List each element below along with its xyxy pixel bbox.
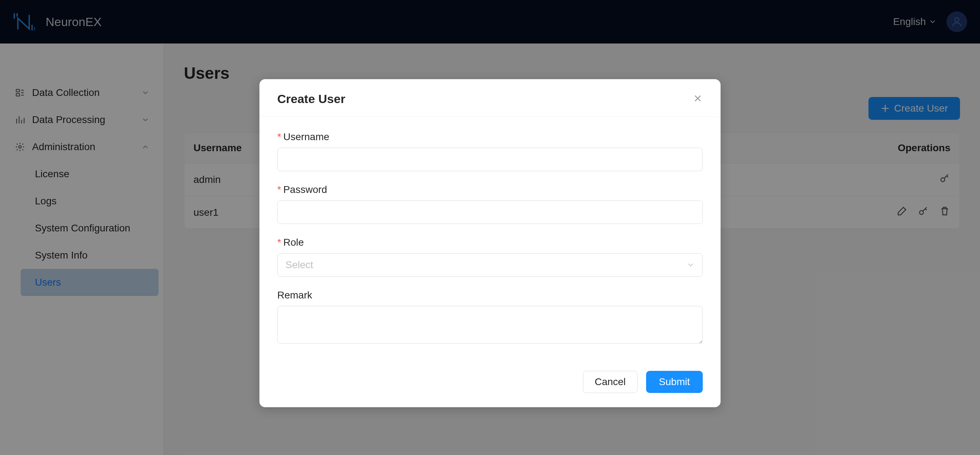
role-label: *Role: [277, 237, 703, 248]
create-user-modal: Create User *Username *Password *Role Se…: [259, 79, 721, 407]
password-label: *Password: [277, 184, 703, 195]
role-placeholder: Select: [285, 259, 313, 271]
chevron-down-icon: [687, 261, 695, 269]
modal-overlay[interactable]: Create User *Username *Password *Role Se…: [0, 0, 980, 455]
role-select[interactable]: Select: [277, 253, 703, 277]
close-icon: [693, 93, 703, 104]
remark-textarea[interactable]: [277, 306, 703, 344]
modal-close-button[interactable]: [693, 93, 703, 105]
remark-label: Remark: [277, 289, 703, 301]
password-input[interactable]: [277, 200, 703, 224]
submit-button[interactable]: Submit: [646, 371, 703, 393]
cancel-button[interactable]: Cancel: [583, 371, 638, 393]
username-input[interactable]: [277, 148, 703, 171]
modal-title: Create User: [277, 92, 345, 106]
username-label: *Username: [277, 131, 703, 143]
